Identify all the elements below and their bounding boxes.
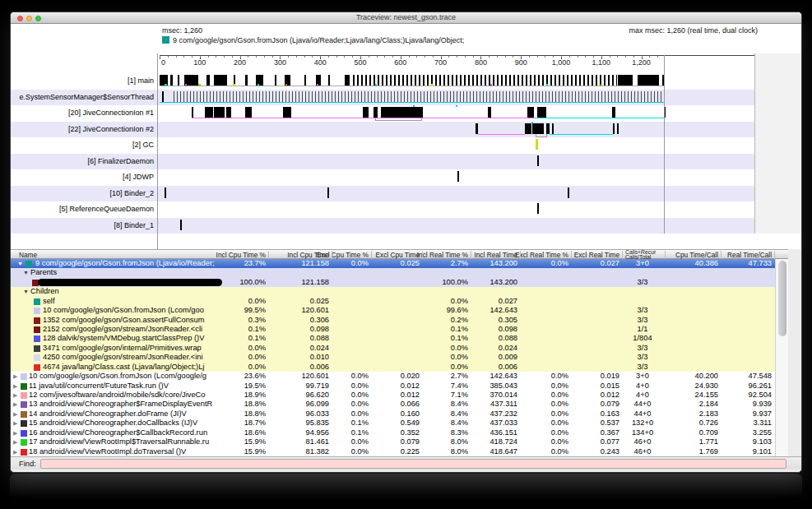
trace-bar[interactable] — [476, 123, 478, 134]
trace-bar[interactable] — [345, 75, 350, 86]
table-row[interactable]: 4250 com/google/gson/stream/JsonReader.<… — [11, 353, 788, 362]
disclosure-arrow[interactable]: ▶ — [13, 419, 17, 428]
table-row[interactable]: 2152 com/google/gson/stream/JsonReader.<… — [11, 325, 788, 334]
column-header-7[interactable]: Excl Real Time % — [515, 251, 568, 259]
trace-bar[interactable] — [162, 91, 164, 102]
disclosure-arrow[interactable]: ▶ — [13, 372, 17, 381]
disclosure-arrow[interactable]: ▶ — [13, 400, 17, 409]
table-row[interactable]: ▶12 com/jivesoftware/android/mobile/sdk/… — [11, 391, 788, 400]
trace-bar[interactable] — [206, 75, 210, 86]
trace-bar[interactable] — [488, 107, 491, 118]
thread-track[interactable] — [160, 218, 754, 234]
window-titlebar[interactable]: Traceview: newest_gson.trace — [11, 12, 801, 24]
column-header-1[interactable]: Incl Cpu Time % — [216, 251, 266, 259]
disclosure-arrow[interactable]: ▼ — [17, 259, 23, 268]
trace-bar[interactable] — [226, 107, 231, 118]
table-scrollbar[interactable] — [775, 259, 788, 456]
trace-bar[interactable] — [537, 203, 539, 214]
thread-track[interactable] — [160, 137, 754, 154]
trace-barcode[interactable] — [353, 75, 617, 86]
column-header-4[interactable]: Excl Cpu Time — [376, 251, 420, 259]
trace-bar[interactable] — [457, 171, 459, 182]
table-row[interactable]: ▶17 android/view/ViewRootImpl$TraversalR… — [11, 437, 788, 447]
trace-bar[interactable] — [283, 107, 291, 118]
trace-bar[interactable] — [537, 107, 546, 118]
table-row[interactable]: 128 dalvik/system/VMDebug.startClassPrep… — [11, 334, 788, 343]
column-header-6[interactable]: Incl Real Time — [474, 251, 517, 259]
disclosure-arrow[interactable]: ▶ — [13, 382, 17, 391]
trace-bar[interactable] — [214, 107, 225, 118]
trace-bar[interactable] — [327, 187, 329, 198]
thread-track[interactable] — [160, 169, 754, 186]
thread-track[interactable] — [160, 73, 754, 90]
table-row[interactable]: 1352 com/google/gson/Gson.assertFullCons… — [11, 316, 788, 325]
thread-track[interactable] — [160, 105, 754, 122]
trace-bar[interactable] — [617, 123, 619, 134]
table-row[interactable]: 3471 com/google/gson/internal/Primitives… — [11, 344, 788, 353]
thread-track[interactable] — [160, 90, 754, 106]
disclosure-arrow[interactable]: ▶ — [13, 391, 17, 400]
table-row[interactable]: 10 com/google/gson/Gson.fromJson (Lcom/g… — [11, 306, 788, 315]
table-row[interactable]: ▶16 android/view/Choreographer$CallbackR… — [11, 428, 788, 437]
thread-track[interactable] — [160, 122, 754, 138]
trace-barcode[interactable] — [174, 91, 664, 102]
trace-bar[interactable] — [618, 75, 633, 86]
column-header-8[interactable]: Excl Real Time — [574, 251, 619, 259]
column-header-11[interactable]: Real Time/Call — [727, 251, 772, 259]
table-row[interactable]: ▶11 java/util/concurrent/FutureTask.run … — [11, 382, 788, 391]
table-row[interactable]: ▼9 com/google/gson/Gson.fromJson (Ljava/… — [11, 259, 788, 268]
trace-bar[interactable] — [527, 107, 534, 118]
table-row[interactable]: ▼Parents — [11, 268, 788, 277]
trace-bar[interactable] — [165, 187, 166, 198]
trace-bar[interactable] — [613, 123, 615, 134]
table-row[interactable]: ▶13 android/view/Choreographer$FrameDisp… — [11, 400, 788, 409]
trace-bar[interactable] — [245, 75, 248, 86]
disclosure-arrow[interactable]: ▶ — [13, 410, 17, 419]
table-row[interactable]: ▶10 com/google/gson/Gson.fromJson (Lcom/… — [11, 372, 788, 381]
thread-track[interactable] — [160, 154, 754, 170]
trace-bar[interactable] — [381, 107, 423, 118]
trace-bar[interactable] — [275, 75, 276, 86]
column-header-name[interactable]: Name — [19, 251, 37, 259]
table-row[interactable]: 4674 java/lang/Class.cast (Ljava/lang/Ob… — [11, 363, 788, 372]
trace-bar[interactable] — [525, 123, 531, 134]
trace-bar[interactable] — [532, 123, 544, 134]
trace-bar[interactable] — [552, 123, 554, 134]
trace-bar[interactable] — [568, 187, 569, 198]
trace-bar[interactable] — [304, 75, 306, 86]
trace-bar[interactable] — [245, 107, 252, 118]
label-track-divider[interactable] — [157, 53, 158, 249]
thread-track[interactable] — [160, 186, 754, 202]
trace-bar[interactable] — [205, 107, 213, 118]
disclosure-arrow[interactable]: ▶ — [13, 428, 17, 437]
disclosure-arrow[interactable]: ▼ — [23, 287, 29, 296]
trace-bar[interactable] — [328, 75, 330, 86]
trace-bar[interactable] — [546, 123, 550, 134]
trace-bar[interactable] — [536, 139, 538, 150]
table-row[interactable]: self0.0%0.0250.0%0.027 — [11, 297, 788, 306]
trace-bar[interactable] — [178, 75, 179, 86]
find-input[interactable] — [40, 459, 786, 469]
table-row[interactable]: ▶14 android/view/Choreographer.doFrame (… — [11, 410, 788, 419]
thread-track[interactable] — [160, 201, 754, 218]
table-row[interactable]: 100.0%121.158100.0%143.2003/3 — [11, 278, 788, 287]
trace-bar[interactable] — [363, 107, 369, 118]
trace-bar[interactable] — [170, 75, 173, 86]
trace-bar[interactable] — [537, 155, 539, 166]
trace-bar[interactable] — [374, 107, 378, 118]
disclosure-arrow[interactable]: ▼ — [23, 268, 29, 277]
disclosure-arrow[interactable]: ▶ — [13, 437, 17, 447]
table-row[interactable]: ▼Children — [11, 287, 788, 296]
table-row[interactable]: ▶18 android/view/ViewRootImpl.doTraversa… — [11, 447, 788, 456]
scrollbar-thumb[interactable] — [778, 261, 786, 336]
trace-bar[interactable] — [638, 75, 659, 86]
column-header-3[interactable]: Excl Cpu Time % — [317, 251, 369, 259]
trace-bar[interactable] — [192, 107, 193, 118]
trace-bar[interactable] — [180, 220, 182, 230]
trace-bar[interactable] — [612, 107, 615, 118]
trace-bar[interactable] — [214, 75, 227, 86]
table-row[interactable]: ▶15 android/view/Choreographer.doCallbac… — [11, 419, 788, 428]
disclosure-arrow[interactable]: ▶ — [13, 447, 17, 456]
column-header-5[interactable]: Incl Real Time % — [417, 251, 468, 259]
column-header-10[interactable]: Cpu Time/Call — [675, 251, 718, 259]
